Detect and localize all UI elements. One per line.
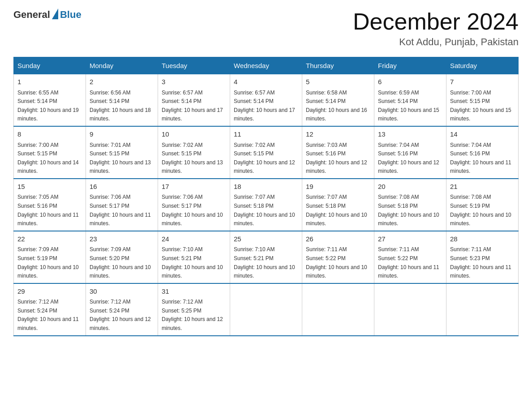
calendar-cell bbox=[302, 283, 374, 336]
page-header: General Blue December 2024 Kot Addu, Pun… bbox=[13, 9, 519, 48]
day-info: Sunrise: 6:57 AMSunset: 5:14 PMDaylight:… bbox=[162, 90, 223, 122]
day-number: 24 bbox=[162, 234, 226, 244]
day-number: 3 bbox=[162, 77, 226, 87]
calendar-cell: 2 Sunrise: 6:56 AMSunset: 5:14 PMDayligh… bbox=[86, 74, 158, 126]
calendar-cell: 5 Sunrise: 6:58 AMSunset: 5:14 PMDayligh… bbox=[302, 74, 374, 126]
day-number: 11 bbox=[234, 129, 298, 140]
day-number: 1 bbox=[17, 77, 82, 87]
calendar-week-row: 29 Sunrise: 7:12 AMSunset: 5:24 PMDaylig… bbox=[14, 283, 519, 336]
day-number: 12 bbox=[306, 129, 370, 140]
day-info: Sunrise: 7:08 AMSunset: 5:19 PMDaylight:… bbox=[450, 194, 511, 227]
logo: General Blue bbox=[13, 9, 82, 21]
day-number: 25 bbox=[234, 234, 298, 244]
calendar-cell: 19 Sunrise: 7:07 AMSunset: 5:18 PMDaylig… bbox=[302, 179, 374, 231]
weekday-header-monday: Monday bbox=[86, 57, 158, 74]
day-number: 21 bbox=[450, 182, 515, 192]
calendar-cell: 21 Sunrise: 7:08 AMSunset: 5:19 PMDaylig… bbox=[446, 179, 519, 231]
calendar-subtitle: Kot Addu, Punjab, Pakistan bbox=[353, 36, 519, 48]
calendar-cell: 12 Sunrise: 7:03 AMSunset: 5:16 PMDaylig… bbox=[302, 126, 374, 179]
day-number: 4 bbox=[234, 77, 298, 87]
day-info: Sunrise: 7:04 AMSunset: 5:16 PMDaylight:… bbox=[378, 142, 439, 175]
calendar-cell: 29 Sunrise: 7:12 AMSunset: 5:24 PMDaylig… bbox=[14, 283, 86, 336]
calendar-cell: 6 Sunrise: 6:59 AMSunset: 5:14 PMDayligh… bbox=[374, 74, 446, 126]
day-info: Sunrise: 6:58 AMSunset: 5:14 PMDaylight:… bbox=[306, 90, 367, 122]
day-info: Sunrise: 7:07 AMSunset: 5:18 PMDaylight:… bbox=[234, 194, 295, 227]
logo-triangle-icon bbox=[52, 9, 58, 19]
calendar-table: SundayMondayTuesdayWednesdayThursdayFrid… bbox=[13, 57, 519, 336]
day-info: Sunrise: 7:01 AMSunset: 5:15 PMDaylight:… bbox=[90, 142, 151, 175]
calendar-cell: 10 Sunrise: 7:02 AMSunset: 5:15 PMDaylig… bbox=[158, 126, 230, 179]
calendar-cell bbox=[230, 283, 302, 336]
day-info: Sunrise: 7:09 AMSunset: 5:20 PMDaylight:… bbox=[90, 246, 151, 279]
calendar-cell: 28 Sunrise: 7:11 AMSunset: 5:23 PMDaylig… bbox=[446, 231, 519, 283]
calendar-cell: 8 Sunrise: 7:00 AMSunset: 5:15 PMDayligh… bbox=[14, 126, 86, 179]
day-number: 30 bbox=[90, 287, 154, 297]
day-info: Sunrise: 7:06 AMSunset: 5:17 PMDaylight:… bbox=[162, 194, 223, 227]
day-number: 22 bbox=[17, 234, 82, 244]
calendar-cell: 17 Sunrise: 7:06 AMSunset: 5:17 PMDaylig… bbox=[158, 179, 230, 231]
calendar-cell bbox=[374, 283, 446, 336]
calendar-cell: 31 Sunrise: 7:12 AMSunset: 5:25 PMDaylig… bbox=[158, 283, 230, 336]
day-info: Sunrise: 6:57 AMSunset: 5:14 PMDaylight:… bbox=[234, 90, 295, 122]
calendar-cell: 16 Sunrise: 7:06 AMSunset: 5:17 PMDaylig… bbox=[86, 179, 158, 231]
logo-general-text: General bbox=[13, 9, 50, 21]
day-info: Sunrise: 7:12 AMSunset: 5:24 PMDaylight:… bbox=[17, 299, 79, 331]
day-number: 20 bbox=[378, 182, 442, 192]
weekday-header-wednesday: Wednesday bbox=[230, 57, 302, 74]
calendar-cell: 25 Sunrise: 7:10 AMSunset: 5:21 PMDaylig… bbox=[230, 231, 302, 283]
day-info: Sunrise: 7:11 AMSunset: 5:23 PMDaylight:… bbox=[450, 246, 511, 279]
day-number: 29 bbox=[17, 287, 82, 297]
day-number: 10 bbox=[162, 129, 226, 140]
day-info: Sunrise: 7:11 AMSunset: 5:22 PMDaylight:… bbox=[306, 246, 367, 279]
logo-blue-text: Blue bbox=[60, 9, 82, 21]
day-number: 8 bbox=[17, 129, 82, 140]
calendar-title: December 2024 bbox=[353, 9, 519, 34]
weekday-header-saturday: Saturday bbox=[446, 57, 519, 74]
day-info: Sunrise: 7:08 AMSunset: 5:18 PMDaylight:… bbox=[378, 194, 439, 227]
day-number: 2 bbox=[90, 77, 154, 87]
day-info: Sunrise: 7:04 AMSunset: 5:16 PMDaylight:… bbox=[450, 142, 511, 175]
day-number: 27 bbox=[378, 234, 442, 244]
day-number: 19 bbox=[306, 182, 370, 192]
day-number: 15 bbox=[17, 182, 82, 192]
day-info: Sunrise: 6:59 AMSunset: 5:14 PMDaylight:… bbox=[378, 90, 439, 122]
calendar-cell: 27 Sunrise: 7:11 AMSunset: 5:22 PMDaylig… bbox=[374, 231, 446, 283]
day-number: 18 bbox=[234, 182, 298, 192]
day-info: Sunrise: 7:06 AMSunset: 5:17 PMDaylight:… bbox=[90, 194, 151, 227]
calendar-cell bbox=[446, 283, 519, 336]
calendar-cell: 13 Sunrise: 7:04 AMSunset: 5:16 PMDaylig… bbox=[374, 126, 446, 179]
calendar-cell: 3 Sunrise: 6:57 AMSunset: 5:14 PMDayligh… bbox=[158, 74, 230, 126]
day-info: Sunrise: 7:00 AMSunset: 5:15 PMDaylight:… bbox=[17, 142, 79, 175]
calendar-cell: 18 Sunrise: 7:07 AMSunset: 5:18 PMDaylig… bbox=[230, 179, 302, 231]
calendar-cell: 24 Sunrise: 7:10 AMSunset: 5:21 PMDaylig… bbox=[158, 231, 230, 283]
day-info: Sunrise: 7:05 AMSunset: 5:16 PMDaylight:… bbox=[17, 194, 79, 227]
title-block: December 2024 Kot Addu, Punjab, Pakistan bbox=[353, 9, 519, 48]
day-number: 16 bbox=[90, 182, 154, 192]
calendar-week-row: 22 Sunrise: 7:09 AMSunset: 5:19 PMDaylig… bbox=[14, 231, 519, 283]
day-info: Sunrise: 7:12 AMSunset: 5:25 PMDaylight:… bbox=[162, 299, 223, 331]
calendar-cell: 23 Sunrise: 7:09 AMSunset: 5:20 PMDaylig… bbox=[86, 231, 158, 283]
day-number: 23 bbox=[90, 234, 154, 244]
day-number: 13 bbox=[378, 129, 442, 140]
weekday-header-thursday: Thursday bbox=[302, 57, 374, 74]
day-info: Sunrise: 7:09 AMSunset: 5:19 PMDaylight:… bbox=[17, 246, 79, 279]
calendar-cell: 9 Sunrise: 7:01 AMSunset: 5:15 PMDayligh… bbox=[86, 126, 158, 179]
day-info: Sunrise: 7:03 AMSunset: 5:16 PMDaylight:… bbox=[306, 142, 367, 175]
calendar-cell: 22 Sunrise: 7:09 AMSunset: 5:19 PMDaylig… bbox=[14, 231, 86, 283]
calendar-cell: 7 Sunrise: 7:00 AMSunset: 5:15 PMDayligh… bbox=[446, 74, 519, 126]
day-number: 28 bbox=[450, 234, 515, 244]
calendar-cell: 14 Sunrise: 7:04 AMSunset: 5:16 PMDaylig… bbox=[446, 126, 519, 179]
day-number: 17 bbox=[162, 182, 226, 192]
day-info: Sunrise: 7:00 AMSunset: 5:15 PMDaylight:… bbox=[450, 90, 511, 122]
day-info: Sunrise: 7:11 AMSunset: 5:22 PMDaylight:… bbox=[378, 246, 439, 279]
day-info: Sunrise: 7:10 AMSunset: 5:21 PMDaylight:… bbox=[234, 246, 295, 279]
day-info: Sunrise: 7:10 AMSunset: 5:21 PMDaylight:… bbox=[162, 246, 223, 279]
day-info: Sunrise: 7:12 AMSunset: 5:24 PMDaylight:… bbox=[90, 299, 151, 331]
day-number: 31 bbox=[162, 287, 226, 297]
day-number: 9 bbox=[90, 129, 154, 140]
weekday-header-tuesday: Tuesday bbox=[158, 57, 230, 74]
day-number: 7 bbox=[450, 77, 515, 87]
weekday-header-sunday: Sunday bbox=[14, 57, 86, 74]
day-number: 14 bbox=[450, 129, 515, 140]
day-number: 6 bbox=[378, 77, 442, 87]
